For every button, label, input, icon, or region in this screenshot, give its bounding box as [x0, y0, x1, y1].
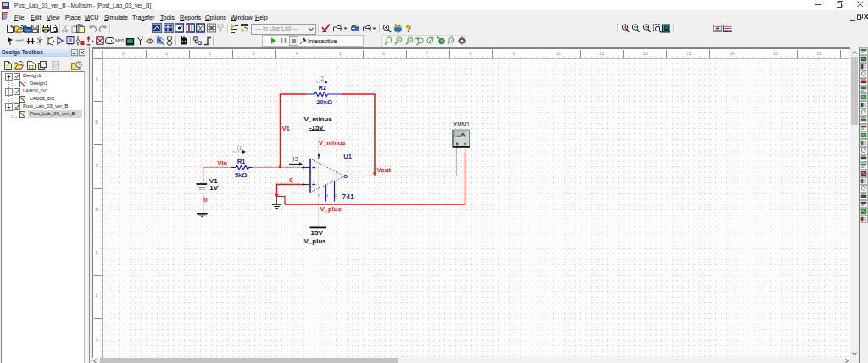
- svg-text:A: A: [409, 38, 411, 42]
- svg-text:V: V: [451, 38, 453, 42]
- svg-text:A: A: [398, 38, 400, 42]
- svg-text:MISC: MISC: [115, 38, 124, 43]
